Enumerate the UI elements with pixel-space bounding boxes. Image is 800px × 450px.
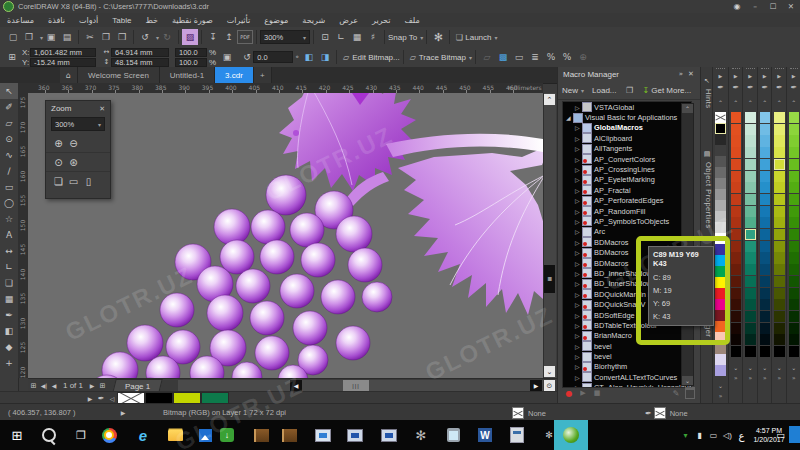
unlink-bitmap-icon[interactable]: % bbox=[559, 49, 575, 65]
eyedropper-tool[interactable]: ✒ bbox=[0, 307, 18, 323]
two-point-line-tool[interactable]: ∕ bbox=[0, 163, 18, 179]
zoom-page-height-icon[interactable]: ▯ bbox=[81, 174, 96, 188]
interactive-fill-tool[interactable]: ◧ bbox=[0, 323, 18, 339]
color-swatch[interactable] bbox=[774, 147, 785, 158]
crop-tool[interactable]: ▱ bbox=[0, 115, 18, 131]
color-swatch[interactable] bbox=[731, 182, 742, 193]
transparency-tool[interactable]: ▦ bbox=[0, 291, 18, 307]
color-swatch[interactable] bbox=[789, 252, 800, 263]
color-swatch[interactable] bbox=[715, 244, 726, 255]
save-icon[interactable]: ▣ bbox=[43, 29, 59, 45]
menu-خط[interactable]: خط bbox=[138, 13, 165, 27]
palette-scroll-down-icon[interactable]: ⌄ bbox=[729, 364, 744, 371]
add-tools-button[interactable]: + bbox=[0, 355, 18, 371]
color-swatch[interactable] bbox=[731, 334, 742, 345]
color-swatch[interactable] bbox=[715, 277, 726, 288]
fullscreen-preview-icon[interactable]: ⊡ bbox=[317, 29, 333, 45]
eyedropper-icon[interactable]: ✒ bbox=[95, 394, 107, 403]
color-swatch[interactable] bbox=[774, 217, 785, 228]
color-swatch[interactable] bbox=[789, 288, 800, 299]
palette-scroll-down-icon[interactable]: ⌄ bbox=[772, 364, 787, 371]
color-swatch[interactable] bbox=[731, 323, 742, 334]
color-swatch[interactable] bbox=[789, 112, 800, 123]
import-icon[interactable]: ↧ bbox=[205, 29, 221, 45]
pick-tool[interactable]: ↖ bbox=[0, 83, 18, 99]
mirror-horizontal-icon[interactable]: ◧ bbox=[301, 49, 317, 65]
color-swatch[interactable] bbox=[774, 206, 785, 217]
tray-language-indicator[interactable]: ع bbox=[735, 420, 748, 450]
color-swatch[interactable] bbox=[745, 346, 756, 357]
color-swatch[interactable] bbox=[789, 229, 800, 240]
new-document-tab[interactable]: + bbox=[254, 67, 272, 83]
macro-item-AP_SymbolsToObjects[interactable]: ▷AP_SymbolsToObjects bbox=[563, 216, 691, 226]
menu-أدوات[interactable]: أدوات bbox=[72, 13, 105, 27]
macro-item-bevel[interactable]: ▷bevel bbox=[563, 351, 691, 361]
color-swatch[interactable] bbox=[760, 194, 771, 205]
zoom-page-width-icon[interactable]: ▭ bbox=[66, 174, 81, 188]
palette-scroll-up-icon[interactable]: ⌃ bbox=[743, 99, 758, 106]
macro-item-AP_RandomFill[interactable]: ▷AP_RandomFill bbox=[563, 206, 691, 216]
color-swatch[interactable] bbox=[774, 264, 785, 275]
settings-gears-icon[interactable]: ✻ bbox=[406, 420, 436, 450]
docker-close-icon[interactable]: ✕ bbox=[686, 70, 696, 78]
palette-more-icon[interactable]: » bbox=[787, 374, 800, 381]
height-field[interactable]: 48.154 mm bbox=[111, 58, 169, 67]
dimension-tool[interactable]: ↔ bbox=[0, 243, 18, 259]
macro-item-Visual Basic for Applications[interactable]: ◢Visual Basic for Applications bbox=[563, 112, 691, 122]
color-swatch[interactable] bbox=[715, 332, 726, 343]
tree-scroll-down-icon[interactable]: ⌄ bbox=[682, 376, 693, 385]
palette-more-icon[interactable]: » bbox=[713, 392, 728, 399]
color-swatch[interactable] bbox=[760, 217, 771, 228]
color-swatch[interactable] bbox=[731, 217, 742, 228]
show-grid-icon[interactable]: ▦ bbox=[349, 29, 365, 45]
palette-eyedropper-icon[interactable]: ✒ bbox=[713, 83, 728, 92]
macro-item-AlClipboard[interactable]: ▷AlClipboard bbox=[563, 133, 691, 143]
tray-battery-icon[interactable]: ▮ bbox=[693, 420, 706, 450]
color-swatch[interactable] bbox=[789, 264, 800, 275]
color-swatch[interactable] bbox=[731, 299, 742, 310]
horizontal-scrollbar[interactable]: ◀ ||| ▶ bbox=[178, 380, 543, 391]
remote-pc-icon[interactable] bbox=[374, 420, 404, 450]
account-icon[interactable]: ◉ bbox=[728, 1, 746, 12]
color-swatch[interactable] bbox=[789, 206, 800, 217]
open-icon[interactable]: ❐ bbox=[21, 29, 37, 45]
palette-grip[interactable] bbox=[732, 68, 741, 71]
stop-macro-icon[interactable]: ■ bbox=[590, 389, 604, 397]
flyout-icon[interactable]: ▶ bbox=[85, 395, 95, 402]
color-swatch[interactable] bbox=[715, 167, 726, 178]
macro-item-Biorhythm[interactable]: ▷Biorhythm bbox=[563, 362, 691, 372]
show-rulers-icon[interactable]: ∟ bbox=[333, 29, 349, 45]
palette-scroll-up-icon[interactable]: ⌃ bbox=[729, 99, 744, 106]
prev-page-icon[interactable]: ◀ bbox=[49, 382, 59, 389]
color-swatch[interactable] bbox=[789, 299, 800, 310]
document-tab-Untitled-1[interactable]: Untitled-1 bbox=[160, 67, 215, 83]
publish-pdf-icon[interactable]: PDF bbox=[237, 30, 253, 44]
quran-app-icon[interactable] bbox=[246, 420, 276, 450]
tray-display-icon[interactable]: ▭ bbox=[707, 420, 720, 450]
macro-item-AllTangents[interactable]: ▷AllTangents bbox=[563, 144, 691, 154]
color-swatch[interactable] bbox=[731, 171, 742, 182]
palette-grip[interactable] bbox=[761, 68, 770, 71]
color-swatch[interactable] bbox=[774, 124, 785, 135]
color-swatch[interactable] bbox=[774, 182, 785, 193]
macro-item-VSTAGlobal[interactable]: ▷VSTAGlobal bbox=[563, 102, 691, 112]
quran-app-icon[interactable] bbox=[274, 420, 304, 450]
macro-item-AP_CrossingLines[interactable]: ▷AP_CrossingLines bbox=[563, 164, 691, 174]
color-swatch[interactable] bbox=[745, 276, 756, 287]
color-swatch[interactable] bbox=[731, 346, 742, 357]
color-swatch[interactable] bbox=[715, 200, 726, 211]
zoom-all-objects-icon[interactable]: ⊛ bbox=[66, 155, 81, 169]
color-swatch[interactable] bbox=[715, 145, 726, 156]
color-swatch[interactable] bbox=[789, 182, 800, 193]
color-swatch[interactable] bbox=[774, 194, 785, 205]
color-swatch[interactable] bbox=[745, 311, 756, 322]
delete-macro-icon[interactable] bbox=[683, 387, 697, 399]
color-swatch[interactable] bbox=[760, 112, 771, 123]
palette-eyedropper-icon[interactable]: ✒ bbox=[743, 83, 758, 92]
tray-speaker-icon[interactable]: ◁) bbox=[721, 420, 734, 450]
color-swatch[interactable] bbox=[760, 159, 771, 170]
color-swatch[interactable] bbox=[745, 159, 756, 170]
menu-نافذة[interactable]: نافذة bbox=[41, 13, 72, 27]
add-page-end-icon[interactable]: ⊞ bbox=[97, 382, 108, 390]
document-tab-Welcome Screen[interactable]: Welcome Screen bbox=[78, 67, 160, 83]
